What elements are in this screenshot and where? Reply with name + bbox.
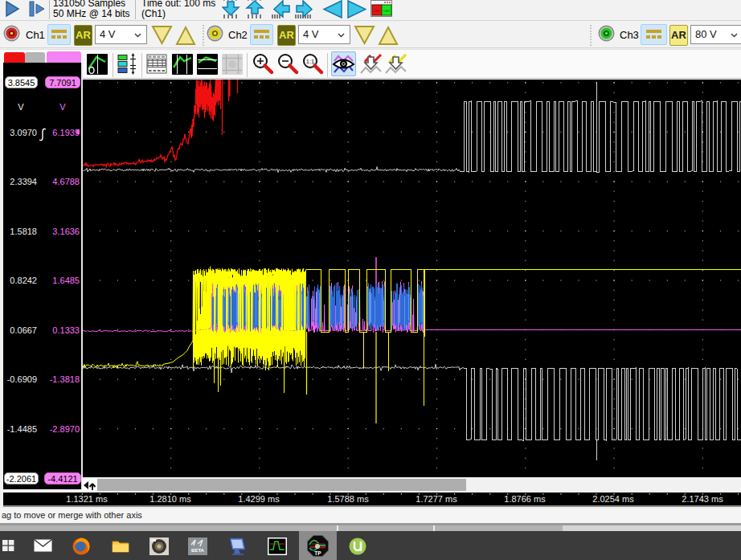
svg-text:TP: TP (314, 550, 321, 556)
svg-text:BETA: BETA (191, 548, 205, 553)
